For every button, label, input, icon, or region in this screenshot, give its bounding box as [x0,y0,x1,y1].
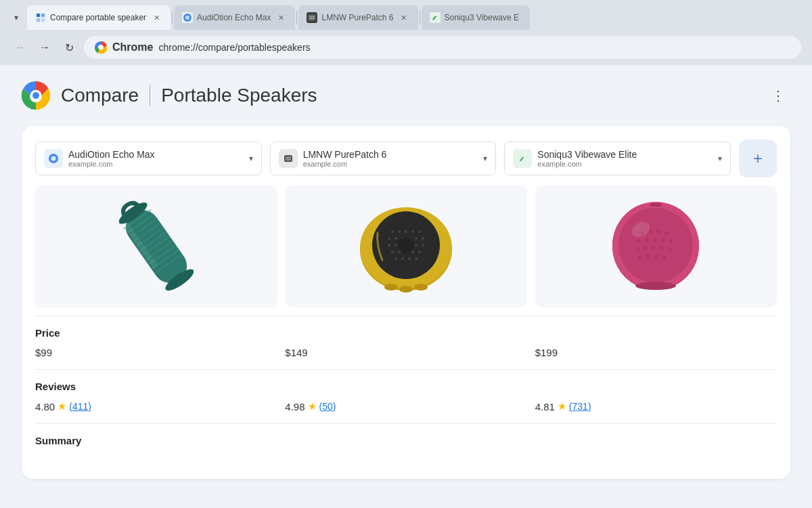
svg-point-58 [394,257,397,260]
svg-rect-88 [649,282,662,288]
reviews-section-title: Reviews [35,381,777,392]
product-2-source: example.com [303,160,478,168]
product-3-image [535,186,777,308]
add-product-button[interactable]: + [739,140,777,177]
header-compare-label: Compare [61,85,139,106]
tab-soniqu-label: Soniqu3 Vibewave E [445,13,522,22]
tab-audio-icon [182,12,193,23]
product-selector-2[interactable]: LMNW PurePatch 6 example.com ▾ [270,142,497,175]
svg-point-78 [636,248,639,251]
svg-rect-7 [309,16,315,20]
svg-point-52 [422,244,424,247]
product-3-source: example.com [537,160,713,168]
tab-scroll-button[interactable]: ▾ [5,5,27,30]
tab-audio-label: AudiOtion Echo Max [197,13,271,22]
svg-point-74 [646,238,649,242]
price-section: Price $99 $149 $199 [35,316,777,369]
svg-rect-90 [650,203,661,207]
product-3-rating: 4.81 [535,401,555,412]
product-2-image [285,186,526,308]
svg-point-45 [415,237,418,240]
product-1-info: AudiOtion Echo Max example.com [68,149,244,168]
product-1-icon [44,149,63,168]
product-3-icon [513,149,532,168]
tab-audio-close[interactable]: ✕ [275,12,287,24]
reviews-values: 4.80 ★ (411) 4.98 ★ (50) 4.81 ★ [35,400,777,412]
reload-button[interactable]: ↻ [60,38,78,57]
tab-lmnw-close[interactable]: ✕ [398,12,410,24]
forward-button[interactable]: → [35,38,54,57]
svg-point-37 [398,230,401,233]
svg-point-83 [639,256,642,259]
svg-point-73 [637,240,641,243]
product-3-review-count[interactable]: (731) [569,401,591,412]
header-divider [150,85,150,106]
product-2-price: $149 [285,347,526,358]
svg-point-70 [649,230,652,234]
tab-soniqu[interactable]: Soniqu3 Vibewave E [422,5,530,30]
svg-point-42 [394,237,397,240]
product-selector-3[interactable]: Soniqu3 Vibewave Elite example.com ▾ [504,142,731,175]
product-3-reviews: 4.81 ★ (731) [535,400,777,412]
tab-separator-1 [172,11,173,24]
svg-point-56 [411,251,414,253]
product-1-star-icon: ★ [58,400,66,412]
svg-point-68 [618,208,693,282]
svg-rect-3 [41,18,45,22]
tab-lmnw[interactable]: LMNW PurePatch 6 ✕ [298,5,418,30]
svg-point-71 [657,230,660,234]
svg-point-64 [414,284,428,291]
svg-point-76 [662,238,665,242]
svg-point-5 [185,16,189,20]
reviews-section: Reviews 4.80 ★ (411) 4.98 ★ (50) [35,369,777,423]
svg-point-38 [405,230,407,233]
svg-point-59 [401,257,404,260]
svg-point-39 [411,230,414,233]
tab-separator-2 [296,11,297,24]
svg-point-47 [388,244,390,247]
svg-point-77 [670,240,673,243]
svg-point-81 [660,247,664,250]
product-1-image [35,186,277,308]
svg-point-41 [388,237,390,240]
svg-rect-2 [37,18,40,22]
svg-point-80 [652,247,656,250]
product-1-chevron-icon: ▾ [249,154,253,163]
product-selector-1[interactable]: AudiOtion Echo Max example.com ▾ [35,142,262,175]
product-2-name: LMNW PurePatch 6 [303,149,478,160]
svg-point-48 [394,244,397,247]
price-section-title: Price [35,327,777,339]
address-bar: ← → ↻ Chrome chrome://compare/portablesp… [0,30,812,65]
tab-lmnw-label: LMNW PurePatch 6 [321,13,393,22]
product-2-reviews: 4.98 ★ (50) [285,400,526,412]
chrome-logo [22,81,50,110]
tab-compare[interactable]: Compare portable speaker ✕ [27,5,171,30]
tab-compare-close[interactable]: ✕ [150,12,162,24]
product-2-icon [279,149,298,168]
svg-point-65 [398,237,414,253]
chrome-label: Chrome [112,41,153,54]
svg-point-13 [32,92,39,99]
svg-point-62 [384,284,398,291]
header-menu-button[interactable]: ⋮ [766,83,790,108]
address-url: chrome://compare/portablespeakers [158,42,310,53]
svg-point-46 [422,237,424,240]
product-3-name: Soniqu3 Vibewave Elite [537,149,713,160]
product-2-review-count[interactable]: (50) [319,401,336,412]
product-1-review-count[interactable]: (411) [69,401,91,412]
address-field[interactable]: Chrome chrome://compare/portablespeakers [84,36,801,59]
svg-point-53 [391,251,394,253]
back-button[interactable]: ← [11,38,30,57]
svg-point-86 [663,256,667,259]
svg-rect-0 [37,14,40,17]
svg-point-54 [398,251,401,253]
svg-point-61 [415,257,418,260]
price-values: $99 $149 $199 [35,347,777,358]
product-3-price: $199 [535,347,777,358]
plus-icon: + [753,149,763,168]
svg-point-57 [418,251,421,253]
product-1-rating: 4.80 [35,401,55,412]
tab-audio[interactable]: AudiOtion Echo Max ✕ [174,5,295,30]
svg-point-84 [647,255,650,258]
svg-point-51 [415,244,418,247]
